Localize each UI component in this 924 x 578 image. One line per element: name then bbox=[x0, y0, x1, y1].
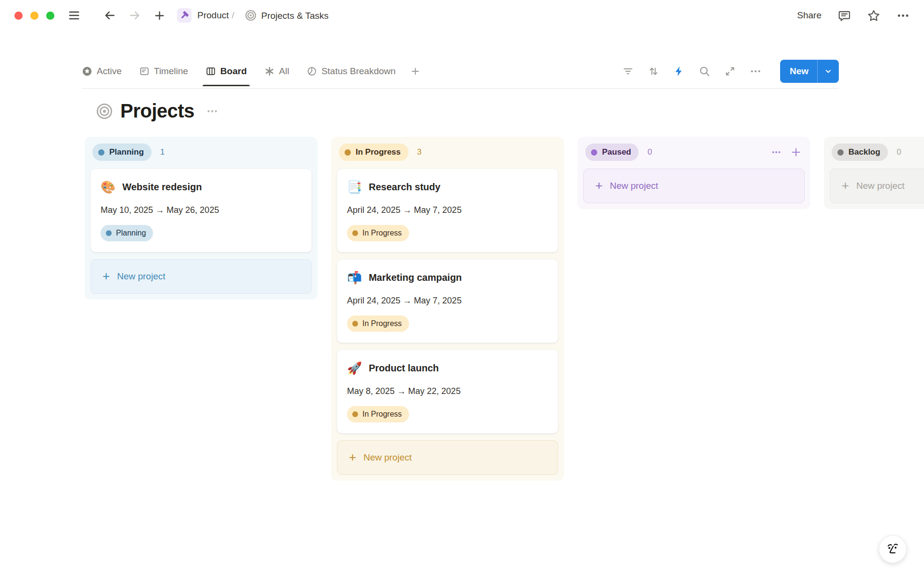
tab-all[interactable]: All bbox=[264, 66, 289, 77]
column-count: 1 bbox=[160, 147, 165, 157]
comments-icon[interactable] bbox=[838, 9, 851, 22]
project-card[interactable]: 🚀 Product launch May 8, 2025 → May 22, 2… bbox=[337, 350, 558, 434]
pie-chart-icon bbox=[307, 66, 317, 77]
new-project-label: New project bbox=[117, 271, 165, 282]
project-title: Website redesign bbox=[122, 180, 202, 194]
sidebar-toggle-icon[interactable] bbox=[68, 9, 80, 22]
project-date-range: May 8, 2025 → May 22, 2025 bbox=[347, 386, 548, 396]
tab-timeline[interactable]: Timeline bbox=[139, 66, 188, 77]
favorite-star-icon[interactable] bbox=[867, 9, 880, 22]
column-name: Paused bbox=[602, 147, 631, 157]
zoom-window-button[interactable] bbox=[46, 12, 54, 20]
filter-icon[interactable] bbox=[622, 66, 634, 77]
status-tag-label: In Progress bbox=[362, 319, 402, 328]
column-header: Backlog 0 bbox=[830, 143, 924, 162]
column-count: 0 bbox=[647, 147, 652, 157]
breadcrumb-team[interactable]: Product bbox=[197, 10, 229, 21]
minimize-window-button[interactable] bbox=[30, 12, 38, 20]
project-card[interactable]: 📑 Research study April 24, 2025 → May 7,… bbox=[337, 169, 558, 252]
tab-label: All bbox=[279, 66, 289, 77]
project-date-range: April 24, 2025 → May 7, 2025 bbox=[347, 296, 548, 306]
tab-status-breakdown[interactable]: Status Breakdown bbox=[307, 66, 396, 77]
status-tag-label: In Progress bbox=[362, 229, 402, 237]
new-project-button[interactable]: + New project bbox=[830, 169, 924, 203]
column-header: Planning 1 bbox=[90, 143, 312, 162]
column-count: 0 bbox=[897, 147, 901, 157]
window-controls bbox=[14, 12, 54, 20]
chevron-down-icon[interactable] bbox=[818, 67, 839, 76]
breadcrumb-separator: / bbox=[231, 10, 234, 21]
asterisk-icon bbox=[264, 66, 275, 77]
column-count: 3 bbox=[417, 147, 422, 157]
project-card[interactable]: 📬 Marketing campaign April 24, 2025 → Ma… bbox=[337, 259, 558, 343]
project-emoji: 📬 bbox=[347, 270, 362, 285]
hammer-icon bbox=[180, 11, 189, 20]
tab-active[interactable]: Active bbox=[82, 66, 122, 77]
status-dot bbox=[591, 149, 597, 156]
project-emoji: 🚀 bbox=[347, 361, 362, 375]
new-project-button[interactable]: + New project bbox=[583, 169, 805, 203]
status-dot bbox=[352, 321, 358, 327]
tab-label: Active bbox=[97, 66, 122, 77]
sort-icon[interactable] bbox=[648, 66, 659, 77]
new-project-button[interactable]: + New project bbox=[337, 440, 558, 475]
project-status-tag: In Progress bbox=[347, 315, 409, 332]
column-status-pill[interactable]: Paused bbox=[585, 144, 639, 161]
back-icon[interactable] bbox=[103, 9, 116, 22]
column-name: Backlog bbox=[848, 147, 880, 157]
projects-target-icon bbox=[96, 103, 113, 119]
column-header: In Progress 3 bbox=[337, 143, 558, 162]
new-button-label[interactable]: New bbox=[780, 66, 817, 77]
automation-bolt-icon[interactable] bbox=[673, 66, 685, 77]
title-more-icon[interactable] bbox=[206, 105, 218, 118]
column-status-pill[interactable]: In Progress bbox=[339, 144, 409, 161]
plus-icon: + bbox=[842, 179, 849, 192]
column-status-pill[interactable]: Backlog bbox=[832, 144, 888, 161]
project-emoji: 📑 bbox=[347, 180, 362, 194]
status-dot bbox=[352, 411, 358, 417]
column-add-icon[interactable] bbox=[790, 146, 802, 158]
project-date-range: May 10, 2025 → May 26, 2025 bbox=[101, 205, 302, 215]
project-card[interactable]: 🎨 Website redesign May 10, 2025 → May 26… bbox=[90, 169, 312, 252]
forward-icon[interactable] bbox=[128, 9, 141, 22]
window-titlebar: Product / Projects & Tasks Share bbox=[0, 0, 924, 31]
target-icon bbox=[245, 10, 257, 21]
project-emoji: 🎨 bbox=[101, 180, 116, 194]
timeline-icon bbox=[139, 66, 150, 77]
ai-face-icon bbox=[884, 540, 901, 558]
expand-icon[interactable] bbox=[724, 66, 736, 77]
new-button[interactable]: New bbox=[780, 60, 839, 83]
column-name: Planning bbox=[109, 147, 144, 157]
board-column-in-progress: In Progress 3 📑 Research study April 24,… bbox=[331, 137, 564, 481]
column-status-pill[interactable]: Planning bbox=[92, 144, 152, 161]
close-window-button[interactable] bbox=[14, 12, 23, 20]
status-dot bbox=[106, 230, 112, 236]
new-page-icon[interactable] bbox=[154, 10, 166, 22]
notion-ai-button[interactable] bbox=[879, 535, 907, 563]
share-button[interactable]: Share bbox=[797, 10, 821, 21]
new-project-label: New project bbox=[610, 181, 658, 191]
breadcrumb-page[interactable]: Projects & Tasks bbox=[245, 10, 329, 21]
tab-label: Timeline bbox=[154, 66, 188, 77]
new-project-button[interactable]: + New project bbox=[90, 259, 312, 294]
teamspace-tile[interactable] bbox=[177, 8, 192, 23]
project-status-tag: Planning bbox=[101, 225, 153, 241]
status-tag-label: Planning bbox=[116, 229, 146, 237]
star-circle-icon bbox=[82, 66, 92, 77]
more-options-icon[interactable] bbox=[897, 9, 910, 22]
page-title-row: Projects bbox=[96, 100, 218, 122]
new-project-label: New project bbox=[856, 181, 904, 191]
board-column-planning: Planning 1 🎨 Website redesign May 10, 20… bbox=[85, 137, 318, 300]
add-view-icon[interactable] bbox=[410, 66, 421, 77]
status-dot bbox=[352, 230, 358, 236]
tab-board[interactable]: Board bbox=[205, 66, 247, 77]
column-more-icon[interactable] bbox=[771, 147, 782, 158]
view-more-icon[interactable] bbox=[750, 66, 761, 77]
plus-icon: + bbox=[103, 270, 110, 282]
status-dot bbox=[837, 149, 844, 156]
breadcrumb-page-label: Projects & Tasks bbox=[261, 11, 329, 21]
search-icon[interactable] bbox=[699, 66, 710, 77]
board-view: Planning 1 🎨 Website redesign May 10, 20… bbox=[85, 137, 924, 481]
plus-icon: + bbox=[595, 179, 603, 192]
column-header: Paused 0 bbox=[583, 143, 805, 162]
